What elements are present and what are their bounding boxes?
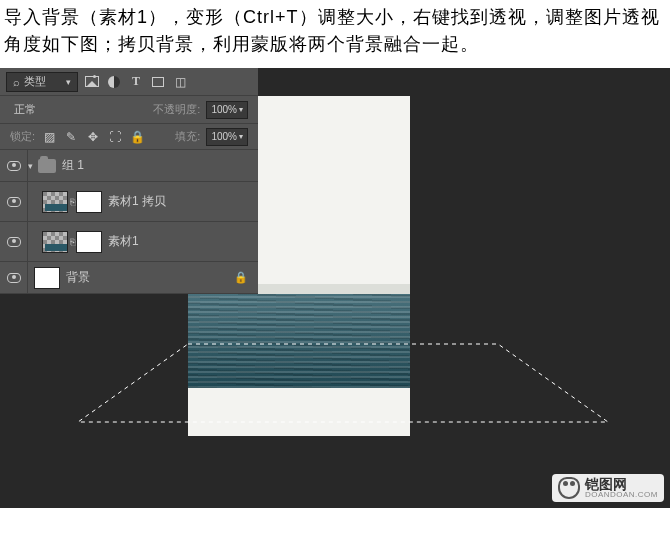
watermark-logo-icon: [558, 477, 580, 499]
layer-item[interactable]: ⎘ 素材1 拷贝: [0, 182, 258, 222]
eye-icon: [7, 273, 21, 283]
photoshop-workspace: ⌕ 类型 ▾ T ◫ 正常 不透明度: 100% ▾ 锁定: ▨ ✎ ✥ ⛶: [0, 68, 670, 508]
chevron-down-icon: ▾: [66, 77, 71, 87]
blend-mode-select[interactable]: 正常: [10, 100, 50, 119]
lock-pixels-icon[interactable]: ✎: [63, 129, 79, 145]
lock-all-icon[interactable]: 🔒: [129, 129, 145, 145]
adjustment-filter-icon[interactable]: [106, 74, 122, 90]
eye-icon: [7, 161, 21, 171]
filter-row: ⌕ 类型 ▾ T ◫: [0, 68, 258, 96]
filter-label: 类型: [24, 74, 46, 89]
lock-artboard-icon[interactable]: ⛶: [107, 129, 123, 145]
search-icon: ⌕: [13, 76, 20, 88]
lock-label: 锁定:: [10, 129, 35, 144]
eye-icon: [7, 237, 21, 247]
mask-thumb[interactable]: [76, 231, 102, 253]
perspective-selection: [68, 340, 618, 430]
layer-name: 素材1: [108, 233, 139, 250]
watermark-title: 铠图网: [585, 477, 658, 491]
layer-background[interactable]: 背景 🔒: [0, 262, 258, 294]
visibility-toggle[interactable]: [0, 150, 28, 181]
layer-name: 背景: [66, 269, 90, 286]
svg-marker-0: [78, 344, 608, 422]
type-filter-icon[interactable]: T: [128, 74, 144, 90]
layer-item[interactable]: ⎘ 素材1: [0, 222, 258, 262]
blend-row: 正常 不透明度: 100% ▾: [0, 96, 258, 124]
visibility-toggle[interactable]: [0, 262, 28, 293]
fill-value: 100%: [211, 131, 237, 142]
opacity-label: 不透明度:: [153, 102, 200, 117]
lock-position-icon[interactable]: ✥: [85, 129, 101, 145]
visibility-toggle[interactable]: [0, 182, 28, 221]
link-icon[interactable]: ⎘: [68, 237, 76, 247]
opacity-input[interactable]: 100% ▾: [206, 101, 248, 119]
opacity-value: 100%: [211, 104, 237, 115]
layer-thumb[interactable]: [42, 191, 68, 213]
layer-name: 素材1 拷贝: [108, 193, 166, 210]
smartobject-filter-icon[interactable]: ◫: [172, 74, 188, 90]
visibility-toggle[interactable]: [0, 222, 28, 261]
filter-type-select[interactable]: ⌕ 类型 ▾: [6, 72, 78, 92]
layer-group[interactable]: ▾ 组 1: [0, 150, 258, 182]
layers-panel: ⌕ 类型 ▾ T ◫ 正常 不透明度: 100% ▾ 锁定: ▨ ✎ ✥ ⛶: [0, 68, 258, 294]
layer-thumb[interactable]: [34, 267, 60, 289]
chevron-down-icon: ▾: [239, 132, 243, 141]
eye-icon: [7, 197, 21, 207]
fill-label: 填充:: [175, 129, 200, 144]
fill-input[interactable]: 100% ▾: [206, 128, 248, 146]
layer-thumb[interactable]: [42, 231, 68, 253]
shape-filter-icon[interactable]: [150, 74, 166, 90]
group-twisty[interactable]: ▾: [28, 161, 38, 171]
watermark: 铠图网 DOANDOAN.COM: [552, 474, 664, 502]
layer-name: 组 1: [62, 157, 84, 174]
lock-icon: 🔒: [234, 271, 248, 284]
watermark-url: DOANDOAN.COM: [585, 491, 658, 499]
chevron-down-icon: ▾: [239, 105, 243, 114]
pixel-filter-icon[interactable]: [84, 74, 100, 90]
link-icon[interactable]: ⎘: [68, 197, 76, 207]
folder-icon: [38, 159, 56, 173]
lock-row: 锁定: ▨ ✎ ✥ ⛶ 🔒 填充: 100% ▾: [0, 124, 258, 150]
lock-transparency-icon[interactable]: ▨: [41, 129, 57, 145]
mask-thumb[interactable]: [76, 191, 102, 213]
instruction-text: 导入背景（素材1），变形（Ctrl+T）调整大小，右键找到透视，调整图片透视角度…: [0, 0, 670, 68]
